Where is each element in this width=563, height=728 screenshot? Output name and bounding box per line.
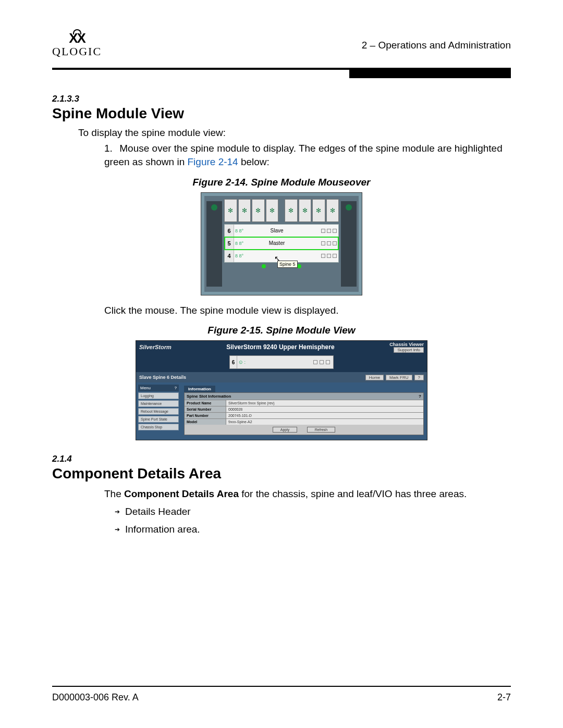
row-serial-number-value: 0000028 xyxy=(226,406,423,412)
slot-6-number: 6 xyxy=(225,225,234,237)
menu-header[interactable]: Menu? xyxy=(138,385,179,391)
spine-5-tooltip: Spine 5 xyxy=(277,261,298,268)
fan-icon xyxy=(285,199,298,222)
menu-item-spine-port-state[interactable]: Spine Port State xyxy=(138,416,179,423)
menu-item-logging[interactable]: Logging xyxy=(138,392,179,399)
chassis-left-panel xyxy=(206,201,222,287)
section-number-214: 2.1.4 xyxy=(52,454,511,464)
support-info-button[interactable]: Support Info xyxy=(394,347,424,353)
breadcrumb-row: Slave Spine 6 Details Home Mark FRU ? xyxy=(136,372,427,382)
section-number-2133: 2.1.3.3 xyxy=(52,94,511,104)
step-1: 1. Mouse over the spine module to displa… xyxy=(104,142,511,168)
information-tab[interactable]: Information xyxy=(184,386,215,392)
logo-glyph-icon: XX xyxy=(69,31,85,45)
slot-6-leds: 8 8° xyxy=(234,228,252,233)
chapter-label: 2 – Operations and Administration xyxy=(362,31,511,51)
fan-icon xyxy=(224,199,237,222)
row-model-label: Model xyxy=(185,419,226,425)
page-footer: D000003-006 Rev. A 2-7 xyxy=(52,686,511,703)
module-number: 6 xyxy=(230,356,237,368)
mark-fru-button[interactable]: Mark FRU xyxy=(386,375,412,380)
row-product-name-value: SilverStorm 9xxx Spine (rev) xyxy=(226,400,423,406)
spine-slot-info-panel: Spine Slot Information? Product NameSilv… xyxy=(184,392,424,435)
menu-item-reboot-message[interactable]: Reboot Message xyxy=(138,408,179,415)
fan-icon xyxy=(266,199,279,222)
bullet-details-header: Details Header xyxy=(115,503,511,521)
menu-sidebar: Menu? Logging Maintenance Reboot Message… xyxy=(136,382,181,440)
fan-icon xyxy=(238,199,251,222)
figure-2-15-caption: Figure 2-15. Spine Module View xyxy=(52,325,511,336)
intro-text: To display the spine module view: xyxy=(78,127,511,139)
page-header: XX QLOGIC 2 – Operations and Administrat… xyxy=(52,31,511,64)
qlogic-logo: XX QLOGIC xyxy=(52,31,102,58)
row-part-number-value: 200745-101-D xyxy=(226,413,423,418)
section-title-spine-module-view: Spine Module View xyxy=(52,105,511,122)
chassis-viewer-label: Chassis Viewer xyxy=(389,342,424,347)
bullet-list: Details Header Information area. xyxy=(115,503,511,538)
chassis-right-panel xyxy=(341,201,357,287)
row-part-number-label: Part Number xyxy=(185,413,226,418)
header-rule xyxy=(52,68,511,78)
menu-item-chassis-stop[interactable]: Chassis Stop xyxy=(138,424,179,430)
step-1-text-a: Mouse over the spine module to display. … xyxy=(104,143,503,167)
fan-row xyxy=(224,199,339,222)
slot-6-label: Slave xyxy=(252,228,302,233)
menu-item-maintenance[interactable]: Maintenance xyxy=(138,400,179,407)
fan-icon xyxy=(326,199,339,222)
help-icon[interactable]: ? xyxy=(419,394,421,399)
product-title: SilverStorm 9240 Upper Hemisphere xyxy=(172,343,389,351)
section-2-body: The Component Details Area for the chass… xyxy=(104,487,511,501)
figure-2-14-link[interactable]: Figure 2-14 xyxy=(188,156,238,167)
slot-4-leds: 8 8° xyxy=(234,253,252,258)
spine-slot-area: 6 8 8° Slave 5 8 8° Master 4 8 8° xyxy=(224,224,339,263)
home-button[interactable]: Home xyxy=(365,375,384,380)
spine-slot-6[interactable]: 6 8 8° Slave xyxy=(225,225,338,237)
doc-id: D000003-006 Rev. A xyxy=(52,692,139,703)
figure-2-14-caption: Figure 2-14. Spine Module Mouseover xyxy=(52,177,511,188)
help-button[interactable]: ? xyxy=(414,375,424,380)
slot-5-leds: 8 8° xyxy=(234,241,252,246)
chassis-viewer-titlebar: SilverStorm SilverStorm 9240 Upper Hemis… xyxy=(136,341,427,353)
slot-4-number: 4 xyxy=(225,250,234,262)
bullet-information-area: Information area. xyxy=(115,521,511,538)
page-number: 2-7 xyxy=(497,692,511,703)
section-title-component-details-area: Component Details Area xyxy=(52,465,511,482)
row-product-name-label: Product Name xyxy=(185,400,226,406)
refresh-button[interactable]: Refresh xyxy=(307,427,336,433)
panel-header: Spine Slot Information xyxy=(187,394,231,399)
step-1-text-b: below: xyxy=(238,156,270,167)
spine-slot-5[interactable]: 5 8 8° Master xyxy=(225,237,338,250)
fan-icon xyxy=(312,199,325,222)
fan-icon xyxy=(299,199,312,222)
slot-5-number: 5 xyxy=(225,237,234,249)
fan-icon xyxy=(252,199,265,222)
silverstorm-logo: SilverStorm xyxy=(139,344,172,350)
row-serial-number-label: Serial Number xyxy=(185,406,226,412)
spine-module-graphic[interactable]: 6 ⊙ : xyxy=(229,355,334,369)
figure-2-15-image: SilverStorm SilverStorm 9240 Upper Hemis… xyxy=(136,340,427,440)
help-icon[interactable]: ? xyxy=(175,386,177,390)
figure-2-14-image: 6 8 8° Slave 5 8 8° Master 4 8 8° ↖ Spin… xyxy=(201,192,362,295)
step-1-number: 1. xyxy=(104,142,117,155)
slot-5-label: Master xyxy=(252,240,302,246)
logo-text: QLOGIC xyxy=(52,45,102,58)
row-model-value: 9xxx-Spine-A2 xyxy=(226,419,423,425)
spine-details-crumb: Slave Spine 6 Details xyxy=(139,375,363,380)
post-figure-1-text: Click the mouse. The spine module view i… xyxy=(104,305,511,316)
apply-button[interactable]: Apply xyxy=(273,427,298,433)
